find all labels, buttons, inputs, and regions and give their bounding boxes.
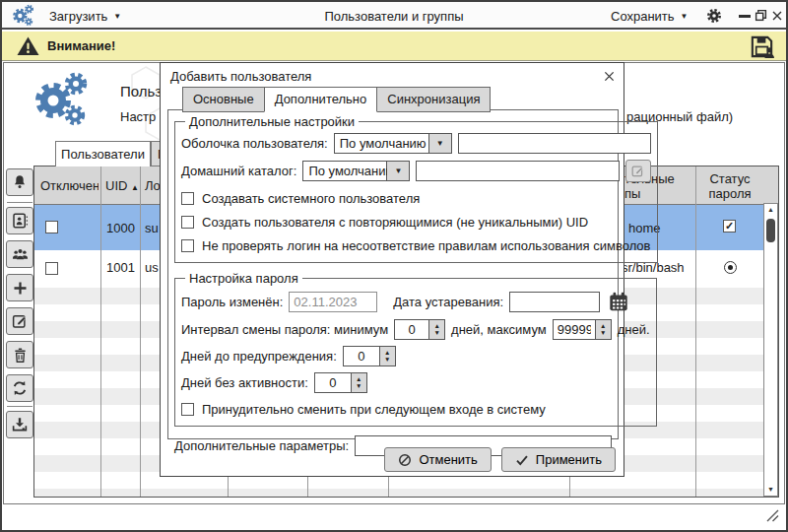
advanced-settings-group: Дополнительные настройки Оболочка пользо… — [174, 114, 658, 263]
spin-down-icon[interactable]: ▼ — [384, 357, 390, 363]
interval-min-spinner[interactable]: ▲▼ — [394, 319, 445, 340]
save-warning-floppy-icon[interactable] — [749, 33, 775, 60]
interval-max-input[interactable] — [553, 319, 596, 340]
spin-down-icon[interactable]: ▼ — [356, 383, 361, 389]
spinner-buttons[interactable]: ▲▼ — [380, 346, 396, 366]
tab-users-label: Пользователи — [61, 147, 145, 162]
tab-sync[interactable]: Синхронизация — [377, 87, 491, 112]
chevron-down-icon[interactable]: ▼ — [429, 133, 452, 154]
column-divider[interactable] — [140, 166, 141, 497]
shell-custom-input[interactable] — [458, 133, 651, 154]
sidebar-separator — [7, 406, 33, 407]
dialog-title: Добавить пользователя — [170, 69, 311, 84]
calendar-icon — [608, 291, 629, 312]
export-download-button[interactable] — [6, 411, 33, 438]
home-dir-label: Домашний каталог: — [181, 164, 296, 178]
edit-user-button[interactable] — [6, 307, 33, 335]
edit-home-dir-button[interactable] — [625, 160, 651, 182]
save-menu-button[interactable]: Сохранить ▼ — [605, 2, 694, 30]
interval-mid-label: дней, максимум — [451, 322, 547, 337]
restore-button[interactable] — [755, 9, 767, 22]
cell-login-fragment[interactable]: su — [145, 221, 159, 235]
inactive-days-input[interactable] — [314, 372, 352, 393]
column-header-password-status-line2[interactable]: пароля — [695, 186, 764, 201]
warn-days-label: Дней до предупреждения: — [181, 349, 337, 364]
vertical-scrollbar[interactable]: ▲ ▼ — [763, 203, 778, 497]
sidebar-separator — [7, 202, 33, 203]
close-icon — [604, 71, 615, 82]
spinner-buttons[interactable]: ▲▼ — [352, 372, 367, 393]
cancel-slash-icon — [398, 453, 412, 467]
home-dir-combobox[interactable]: По умолчанию ▼ — [302, 161, 410, 181]
groups-button[interactable] — [6, 240, 33, 268]
create-system-user-checkbox[interactable] — [181, 192, 194, 205]
delete-user-button[interactable] — [6, 341, 33, 368]
advanced-tab-panel: Дополнительные настройки Оболочка пользо… — [167, 109, 619, 439]
pencil-icon — [11, 312, 29, 330]
settings-gear-icon[interactable] — [705, 7, 723, 25]
add-user-button[interactable] — [6, 274, 33, 301]
calendar-picker-button[interactable] — [606, 290, 631, 313]
row-disabled-checkbox[interactable] — [45, 262, 58, 275]
row-disabled-checkbox[interactable] — [45, 221, 58, 233]
scrollbar-thumb[interactable] — [766, 219, 775, 242]
users-groups-gears-icon — [30, 71, 93, 130]
force-change-checkbox[interactable] — [181, 403, 194, 416]
resize-grip[interactable] — [766, 509, 779, 522]
save-menu-label: Сохранить — [611, 9, 675, 24]
password-status-radio-icon[interactable] — [724, 261, 737, 274]
column-divider[interactable] — [100, 166, 101, 497]
inactive-days-spinner[interactable]: ▲▼ — [314, 372, 367, 393]
dialog-close-button[interactable] — [602, 69, 616, 83]
user-account-button[interactable] — [6, 207, 33, 234]
add-user-dialog: Добавить пользователя Основные Дополните… — [160, 62, 624, 477]
close-window-button[interactable] — [771, 10, 783, 22]
skip-login-check-checkbox[interactable] — [181, 239, 194, 252]
scroll-down-icon[interactable]: ▼ — [764, 484, 777, 496]
page-title-fragment: Польз — [120, 83, 162, 100]
warn-days-spinner[interactable]: ▲▼ — [343, 346, 396, 366]
spinner-buttons[interactable]: ▲▼ — [429, 319, 445, 340]
shell-combobox[interactable]: По умолчанию ▼ — [334, 133, 452, 154]
inactive-days-label: Дней без активности: — [181, 375, 308, 390]
warn-days-input[interactable] — [343, 346, 380, 366]
refresh-button[interactable] — [6, 374, 33, 402]
column-header-uid[interactable]: UID ▲ — [105, 178, 139, 193]
chevron-down-icon[interactable]: ▼ — [387, 161, 410, 181]
spinner-buttons[interactable]: ▲▼ — [596, 319, 612, 340]
column-header-login-fragment[interactable]: Ло — [145, 178, 161, 193]
spin-down-icon[interactable]: ▼ — [433, 330, 439, 336]
password-settings-group: Настройка пароля Пароль изменён: Дата ус… — [174, 271, 657, 427]
home-dir-input[interactable] — [416, 161, 619, 181]
duplicate-uid-label: Создать пользователя с повторяющимися (н… — [202, 215, 588, 230]
pencil-icon — [630, 164, 645, 178]
cancel-button[interactable]: Отменить — [384, 447, 491, 472]
notifications-button[interactable] — [6, 168, 33, 196]
apply-button[interactable]: Применить — [501, 447, 616, 472]
apply-button-label: Применить — [536, 452, 602, 467]
tab-advanced[interactable]: Дополнительно — [264, 87, 378, 112]
spin-down-icon[interactable]: ▼ — [600, 330, 606, 336]
cell-uid[interactable]: 1000 — [106, 221, 135, 235]
cell-login-fragment[interactable]: us — [145, 260, 159, 275]
extra-params-label: Дополнительные параметры: — [174, 438, 349, 453]
warning-text: Внимание! — [47, 38, 115, 53]
expiration-date-input[interactable] — [509, 292, 600, 312]
tab-users[interactable]: Пользователи — [55, 141, 151, 166]
cell-uid[interactable]: 1001 — [106, 260, 135, 275]
password-status-checked-icon[interactable]: ✓ — [723, 220, 736, 233]
dialog-buttons: Отменить Применить — [384, 447, 616, 472]
group-people-icon — [11, 245, 30, 264]
refresh-icon — [11, 379, 29, 397]
minimize-button[interactable] — [739, 15, 751, 18]
scroll-up-icon[interactable]: ▲ — [764, 204, 777, 216]
duplicate-uid-checkbox[interactable] — [181, 216, 194, 229]
interval-min-input[interactable] — [394, 319, 429, 340]
column-header-password-status-line1[interactable]: Статус — [695, 171, 764, 186]
column-header-uid-label: UID — [105, 178, 127, 193]
expiration-date-label: Дата устаревания: — [393, 295, 503, 309]
column-header-disabled[interactable]: Отключен — [40, 178, 98, 193]
interval-max-spinner[interactable]: ▲▼ — [553, 319, 612, 340]
tab-basic[interactable]: Основные — [182, 87, 265, 112]
column-divider[interactable] — [695, 166, 696, 497]
